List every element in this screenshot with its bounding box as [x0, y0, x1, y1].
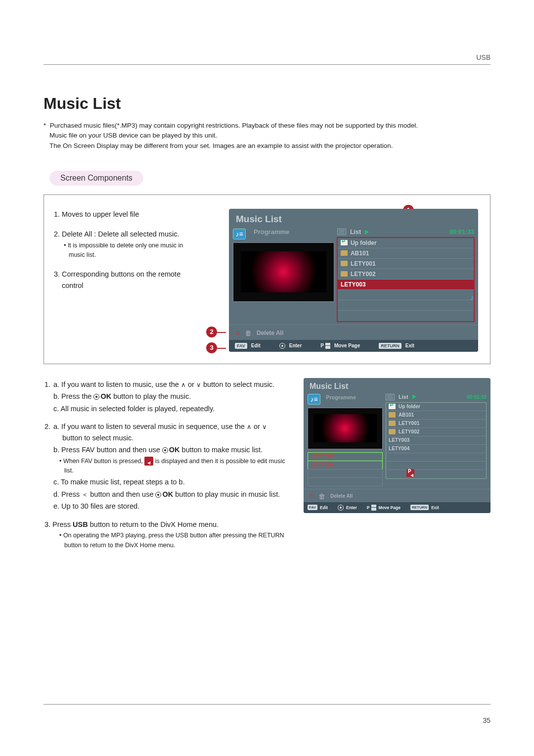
callout-2: 2 — [206, 327, 217, 337]
components-list: Moves to upper level file Delete All : D… — [53, 209, 196, 352]
playlist-row-selected[interactable]: LETY003 — [308, 452, 383, 461]
page-arrows-icon — [371, 505, 376, 511]
bullet-dot: • — [59, 532, 61, 539]
programme-label: Programme — [254, 228, 289, 236]
list-row[interactable]: LETY003 — [386, 436, 486, 445]
up-folder-icon — [389, 404, 396, 409]
playlist-icon — [406, 469, 414, 477]
or-text: or — [186, 380, 196, 388]
instr-1b-post: button to play the music. — [111, 392, 191, 400]
list-row[interactable]: LETY001 — [338, 259, 474, 269]
file-list: Up folder AB101 LETY001 LETY002 LETY003 — [337, 237, 474, 322]
playlist-badge — [406, 469, 414, 477]
instr-2d-pre: d. Press — [53, 490, 82, 498]
up-folder-label: Up folder — [351, 239, 377, 246]
file-list-small: Up folder AB101 LETY001 LETY002 LETY003 … — [386, 402, 487, 479]
delete-all-row[interactable]: 🗑 Delete All — [229, 325, 478, 340]
folder-icon — [341, 261, 348, 266]
p-label: P — [320, 343, 324, 348]
callout-3-line — [217, 348, 226, 349]
instr-2a-post: button to select music. — [62, 434, 134, 442]
list-row[interactable]: LETY001 — [386, 420, 486, 428]
list-row-up[interactable]: Up folder — [338, 238, 474, 248]
instr-1b-pre: b. Press the — [53, 392, 93, 400]
row-label: LETY001 — [399, 421, 419, 426]
exit-label: Exit — [405, 343, 414, 348]
folder-icon — [389, 429, 396, 434]
instr-3-bullet: On operating the MP3 playing, press the … — [63, 532, 284, 548]
up-folder-icon — [341, 240, 348, 245]
return-badge[interactable]: RETURN — [379, 343, 401, 349]
header-rule — [44, 64, 490, 65]
folder-icon — [389, 412, 396, 418]
music-app-icon: ♪≡ — [308, 394, 320, 405]
ok-text-2: OK — [169, 446, 180, 454]
list-row-empty — [338, 290, 474, 300]
up-arrow-icon: ∧ — [181, 381, 186, 388]
fav-badge[interactable]: FAV — [308, 505, 317, 510]
instr-2a-pre: a. If you want to listen to several musi… — [53, 423, 247, 430]
components-frame: Moves to upper level file Delete All : D… — [44, 194, 490, 364]
note-1: Purchased music files(*.MP3) may contain… — [50, 122, 418, 129]
page-button[interactable]: P — [320, 343, 330, 349]
down-arrow-icon: ∨ — [196, 381, 201, 388]
page-title: Music List — [44, 94, 490, 113]
preview-visualizer-small — [308, 408, 383, 449]
component-1: Moves to upper level file — [62, 209, 196, 220]
playlist-row-selected[interactable]: LETY004 — [308, 461, 383, 470]
ok-text-3: OK — [162, 490, 173, 498]
play-icon — [365, 230, 369, 235]
folder-icon — [341, 250, 348, 256]
component-2-bullet: It is impossible to delete only one musi… — [68, 242, 183, 258]
list-row-empty — [338, 300, 474, 311]
fav-badge[interactable]: FAV — [235, 343, 247, 349]
list-row[interactable]: LETY002 — [338, 269, 474, 280]
left-playlist: LETY003 LETY004 — [308, 452, 383, 486]
list-row[interactable]: AB101 — [386, 411, 486, 420]
record-dot-icon — [310, 494, 313, 498]
list-label-small: List — [399, 394, 408, 400]
header-section: USB — [44, 53, 490, 61]
delete-all-row-small[interactable]: 🗑 Delete All — [304, 489, 490, 502]
playlist-row-empty — [308, 477, 383, 486]
osd-title-small: Music List — [304, 378, 490, 394]
return-badge[interactable]: RETURN — [410, 505, 429, 510]
folder-icon — [389, 421, 396, 426]
enter-label: Enter — [289, 343, 302, 348]
list-row[interactable]: LETY002 — [386, 428, 486, 436]
list-row-selected[interactable]: LETY003 — [338, 280, 474, 290]
footer-rule — [44, 704, 490, 705]
page-button[interactable]: P — [367, 505, 376, 511]
list-row[interactable]: LETY004 — [386, 445, 486, 453]
ok-icon[interactable] — [338, 505, 344, 511]
instr-2b-pre: b. Press FAV button and then use — [53, 446, 162, 454]
row-label: LETY004 — [389, 446, 409, 451]
list-row[interactable]: AB101 — [338, 248, 474, 259]
note-2: Music file on your USB device can be pla… — [49, 131, 490, 141]
instr-2c: c. To make music list, repeat steps a to… — [53, 476, 289, 487]
note-block: * Purchased music files(*.MP3) may conta… — [44, 121, 490, 151]
ok-text: OK — [100, 392, 111, 400]
bullet-dot: • — [59, 458, 61, 465]
delete-all-label-small: Delete All — [330, 493, 353, 499]
ok-icon[interactable] — [279, 343, 285, 349]
trash-icon: 🗑 — [318, 492, 325, 500]
asterisk: * — [44, 122, 46, 129]
instr-3-pre: Press — [52, 520, 73, 528]
usb-text: USB — [73, 520, 88, 528]
ok-symbol — [162, 447, 169, 453]
note-3: The On Screen Display may be different f… — [49, 141, 490, 151]
help-row: FAV Edit Enter P Move Page RETURN Exit — [229, 340, 478, 352]
callout-2-line — [217, 332, 226, 333]
list-row-up[interactable]: Up folder — [386, 403, 486, 411]
list-icon — [337, 229, 346, 235]
record-dot-icon — [236, 331, 240, 335]
callout-3: 3 — [206, 342, 217, 353]
component-2: Delete All : Delete all selected music. — [62, 230, 179, 238]
music-app-icon: ♪≡ — [233, 229, 246, 239]
trash-icon: 🗑 — [245, 329, 252, 337]
row-label: LETY002 — [351, 271, 376, 278]
list-row-empty — [338, 311, 474, 321]
row-label: LETY003 — [341, 281, 366, 288]
exit-label: Exit — [431, 505, 439, 510]
